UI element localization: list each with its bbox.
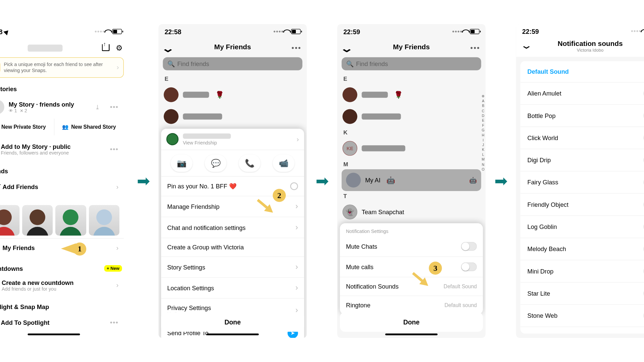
add-spotlight-row[interactable]: ◎ Add To Spotlight ••• (0, 313, 124, 332)
friend-action-sheet: View Friendship 📷 💬 📞 📹 Pin as your No. … (161, 129, 304, 338)
section-letter: E (159, 74, 307, 84)
search-input[interactable]: 🔍Find friends (163, 57, 303, 70)
callout-2: 2 (273, 189, 286, 202)
callout-3: 3 (429, 262, 442, 275)
new-shared-story[interactable]: 👥New Shared Story (54, 119, 124, 135)
done-button[interactable]: Done (340, 312, 483, 332)
section-spotlight: Spotlight & Snap Map (0, 299, 128, 313)
sound-option[interactable]: Mini Drop▶ (521, 260, 644, 283)
story-settings-row[interactable]: Story Settings (161, 257, 304, 278)
notif-sounds-value: Default Sound (444, 284, 477, 290)
mute-chats-row[interactable]: Mute Chats (340, 236, 483, 257)
status-time: 22:58 (0, 28, 3, 35)
battery-icon (112, 29, 122, 34)
page-title: My Friends (393, 43, 430, 51)
location-icon (4, 28, 10, 35)
add-friends-label: Add Friends (2, 183, 38, 190)
chevron-down-icon[interactable]: ⌄ (340, 43, 354, 55)
my-story-stats: 👁 1 ✕ 2 (8, 108, 91, 113)
sound-option[interactable]: Techno Zone▶ (521, 327, 644, 334)
ringtone-value: Default sound (444, 302, 477, 308)
view-friendship-row[interactable]: View Friendship (161, 129, 304, 150)
more-icon[interactable]: ••• (110, 318, 118, 326)
more-icon[interactable]: ••• (110, 145, 118, 153)
search-icon: 🔍 (346, 60, 354, 67)
myai-label: My AI (365, 177, 381, 184)
status-time: 22:59 (522, 27, 539, 35)
add-spotlight-label: Add To Spotlight (1, 319, 49, 326)
settings-icon[interactable] (116, 43, 123, 53)
chevron-down-icon[interactable]: ⌄ (161, 43, 175, 55)
download-icon[interactable]: ⤓ (95, 103, 100, 110)
chat-icon: 💬 (211, 158, 221, 168)
screen-friend-menu: 22:58 ⌄ My Friends ••• 🔍Find friends E 🌹… (159, 24, 307, 338)
sound-option[interactable]: Melody Beach▶ (521, 238, 644, 260)
sound-option[interactable]: Friendly Object▶ (521, 194, 644, 216)
signal-icon (95, 31, 105, 33)
location-settings-row[interactable]: Location Settings (161, 278, 304, 299)
notification-sounds-row[interactable]: Notification SoundsDefault Sound (340, 277, 483, 296)
my-story-title: My Story · friends only (8, 101, 91, 108)
sound-option[interactable]: Fairy Glass▶ (521, 172, 644, 194)
sound-option[interactable]: Bottle Pop▶ (521, 105, 644, 127)
tip-card[interactable]: 😊 Pick a unique emoji for each friend to… (0, 57, 124, 78)
friend-item[interactable]: 🌹 (159, 84, 307, 106)
sound-option[interactable]: Click World▶ (521, 127, 644, 149)
notif-settings-sheet: Notification Settings Mute Chats Mute ca… (340, 223, 483, 314)
friend-item[interactable] (159, 106, 307, 127)
callout-1: 1 (73, 242, 86, 255)
chevron-right-icon (296, 223, 298, 232)
toggle-off[interactable] (461, 242, 477, 251)
more-icon[interactable]: ••• (110, 103, 118, 111)
chat-notification-row[interactable]: Chat and notification settings (161, 217, 304, 238)
chevron-right-icon (116, 183, 118, 190)
nav-title-redacted (28, 45, 62, 52)
sound-label: Star Lite (527, 290, 550, 297)
share-icon[interactable] (102, 43, 109, 53)
create-group-row[interactable]: Create a Group with Victoria (161, 238, 304, 257)
add-story-title: Add to My Story · public (1, 143, 105, 150)
nav-bar: ‹ (0, 39, 128, 57)
emoji-icon: 😊 (0, 62, 0, 73)
chevron-right-icon (296, 284, 298, 293)
toggle-off[interactable] (461, 262, 477, 271)
sound-option[interactable]: Digi Drip▶ (521, 149, 644, 171)
friend-name-redacted (183, 133, 231, 139)
alpha-index[interactable]: ⊕ABCDEFGHIJKLMNO (482, 94, 485, 172)
sound-option[interactable]: Stone Web▶ (521, 305, 644, 327)
chat-button[interactable]: 💬 (205, 155, 226, 172)
add-friends-row[interactable]: Add Friends (0, 177, 124, 196)
chevron-down-icon[interactable]: ⌄ (520, 40, 532, 51)
my-friends-label: My Friends (2, 244, 35, 251)
countdown-sub: Add friends or just for you (2, 286, 112, 291)
call-button[interactable]: 📞 (239, 155, 261, 172)
more-icon[interactable]: ••• (291, 44, 302, 52)
team-snapchat-label: Team Snapchat (362, 208, 404, 216)
mute-calls-row[interactable]: Mute calls (340, 257, 483, 277)
sound-option-default[interactable]: Default Sound✓ (521, 61, 644, 83)
sound-label: Fairy Glass (527, 179, 558, 186)
create-countdown-row[interactable]: Create a new countdown Add friends or ju… (0, 275, 124, 295)
section-countdowns: Countdowns+ New (0, 260, 128, 275)
more-icon[interactable]: ••• (470, 44, 480, 52)
video-button[interactable]: 📹 (273, 155, 294, 172)
sound-option[interactable]: Log Goblin▶ (521, 216, 644, 238)
sound-label: Friendly Object (527, 201, 568, 208)
sound-option[interactable]: Alien Amulet▶ (521, 82, 644, 105)
people-icon: 👥 (62, 124, 68, 130)
step-arrow-icon (494, 172, 507, 190)
camera-icon: 📷 (177, 158, 186, 168)
ringtone-row[interactable]: RingtoneDefault sound (340, 296, 483, 314)
my-story-row[interactable]: My Story · friends only 👁 1 ✕ 2 ⤓ ••• (0, 95, 124, 118)
snap-button[interactable]: 📷 (171, 155, 193, 172)
chevron-right-icon (296, 262, 298, 272)
section-favourites: My Favourites & Reposts (0, 336, 128, 338)
new-private-story[interactable]: 🔒New Private Story (0, 119, 54, 135)
wifi-icon (105, 27, 111, 36)
done-button[interactable]: Done (161, 312, 304, 332)
sound-label: Click World (527, 134, 558, 141)
signal-icon (631, 30, 641, 32)
search-input[interactable]: 🔍Find friends (342, 57, 481, 70)
sound-option[interactable]: Star Lite▶ (521, 283, 644, 305)
add-to-story-row[interactable]: ◎ Add to My Story · public Friends, foll… (0, 138, 124, 159)
